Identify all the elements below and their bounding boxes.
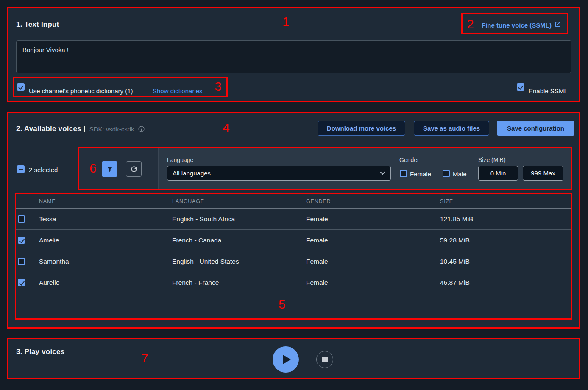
section1-title: 1. Text Input [16, 20, 59, 29]
info-icon[interactable] [138, 125, 145, 133]
voices-table: NAME LANGUAGE GENDER SIZE Tessa English … [15, 194, 572, 293]
table-row[interactable]: Aurelie French - France Female 46.87 MiB [15, 272, 572, 293]
voice-size: 46.87 MiB [440, 279, 572, 287]
download-more-voices-button[interactable]: Download more voices [318, 121, 405, 136]
language-select-value: All languages [173, 170, 211, 177]
header-gender: GENDER [306, 198, 440, 204]
section2-title: 2. Available voices | [16, 125, 86, 133]
phonetic-dictionary-checkbox[interactable] [17, 83, 25, 91]
play-icon [283, 355, 291, 364]
fine-tune-voice-label: Fine tune voice (SSML) [482, 22, 552, 29]
refresh-button[interactable] [126, 161, 142, 177]
external-link-icon [555, 21, 561, 29]
voice-gender: Female [306, 279, 440, 287]
text-input-section: 1. Text Input Fine tune voice (SSML) Bon… [7, 7, 580, 102]
voice-language: English - South Africa [172, 215, 306, 223]
save-configuration-button[interactable]: Save configuration [497, 121, 574, 136]
play-voices-section: 3. Play voices [7, 338, 580, 379]
row-checkbox[interactable] [18, 215, 25, 223]
chevron-down-icon [380, 171, 385, 175]
gender-female-checkbox[interactable] [400, 170, 407, 177]
sdk-label: SDK: vsdk-csdk [89, 125, 134, 133]
voice-name: Samantha [39, 258, 172, 265]
tts-voice-config-page: 1. Text Input Fine tune voice (SSML) Bon… [0, 0, 588, 390]
phonetic-dictionary-label: Use channel's phonetic dictionary (1) [29, 87, 133, 95]
section3-title: 3. Play voices [16, 348, 64, 356]
row-checkbox[interactable] [18, 237, 25, 244]
row-checkbox[interactable] [18, 258, 25, 265]
filter-toolbar: Language All languages Gender Female Mal… [78, 147, 572, 189]
gender-male-checkbox[interactable] [443, 170, 450, 177]
voice-gender: Female [306, 215, 440, 223]
language-filter-label: Language [167, 156, 193, 163]
voice-size: 121.85 MiB [440, 215, 572, 223]
filter-button[interactable] [102, 161, 117, 177]
header-size: SIZE [440, 198, 572, 204]
header-language: LANGUAGE [172, 198, 306, 204]
table-row[interactable]: Tessa English - South Africa Female 121.… [15, 209, 572, 230]
select-all-checkbox[interactable] [17, 165, 25, 173]
stop-button[interactable] [316, 351, 333, 368]
refresh-icon [130, 165, 138, 173]
voice-gender: Female [306, 237, 440, 244]
enable-ssml-label: Enable SSML [529, 87, 568, 95]
selected-count-label: 2 selected [29, 166, 58, 173]
row-checkbox[interactable] [18, 279, 25, 286]
voice-name: Aurelie [39, 279, 172, 287]
text-input-field[interactable]: Bonjour Vivoka ! [16, 40, 571, 73]
voices-table-header: NAME LANGUAGE GENDER SIZE [15, 194, 572, 209]
table-row[interactable]: Samantha English - United States Female … [15, 251, 572, 272]
voice-size: 10.45 MiB [440, 258, 572, 265]
gender-male-label: Male [453, 170, 467, 178]
voice-language: French - France [172, 279, 306, 287]
available-voices-section: 2. Available voices | SDK: vsdk-csdk Dow… [7, 112, 580, 329]
voice-name: Tessa [39, 215, 172, 223]
language-select[interactable]: All languages [167, 166, 391, 181]
gender-female-label: Female [410, 170, 431, 178]
size-filter-label: Size (MiB) [478, 156, 506, 163]
voice-language: French - Canada [172, 237, 306, 244]
voice-name: Amelie [39, 237, 172, 244]
table-row[interactable]: Amelie French - Canada Female 59.28 MiB [15, 230, 572, 251]
size-max-input[interactable] [523, 166, 563, 181]
show-dictionaries-link[interactable]: Show dictionaries [153, 87, 203, 95]
voice-language: English - United States [172, 258, 306, 265]
filter-toolbar-actions [78, 147, 159, 189]
voice-size: 59.28 MiB [440, 237, 572, 244]
fine-tune-voice-link[interactable]: Fine tune voice (SSML) [482, 21, 561, 29]
enable-ssml-checkbox[interactable] [517, 83, 524, 91]
voice-gender: Female [306, 258, 440, 265]
size-min-input[interactable] [478, 166, 518, 181]
section2-title-row: 2. Available voices | SDK: vsdk-csdk [16, 125, 145, 133]
header-name: NAME [39, 198, 172, 204]
gender-filter-label: Gender [399, 156, 419, 163]
funnel-icon [106, 165, 114, 173]
stop-icon [322, 357, 328, 362]
play-button[interactable] [273, 346, 299, 373]
save-as-audio-files-button[interactable]: Save as audio files [414, 121, 489, 136]
